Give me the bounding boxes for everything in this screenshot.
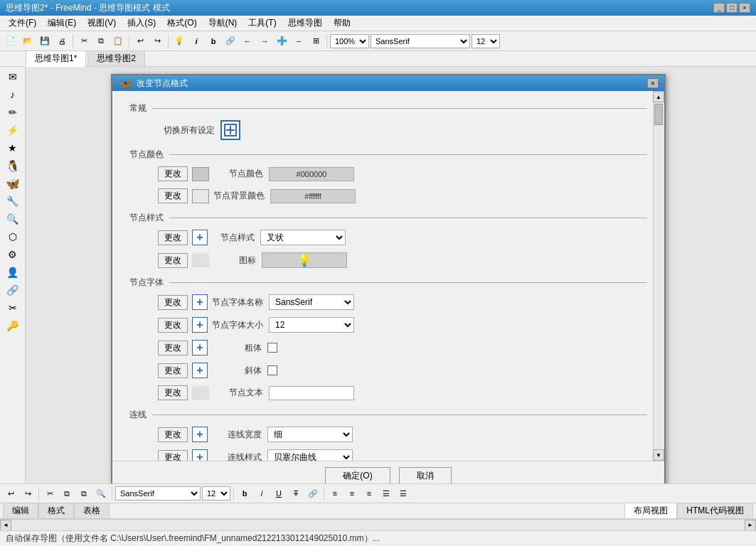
bt-hyperlink[interactable]: 🔗 bbox=[305, 486, 321, 501]
update-fontsize-btn[interactable]: 更改 bbox=[158, 318, 188, 333]
bt-paste[interactable]: ⧉ bbox=[76, 486, 92, 501]
toolbar-redo[interactable]: ↪ bbox=[149, 33, 165, 49]
toolbar-undo[interactable]: ↩ bbox=[132, 33, 148, 49]
toolbar-copy[interactable]: ⧉ bbox=[93, 33, 109, 49]
update-nodecolor-btn[interactable]: 更改 bbox=[158, 166, 188, 181]
maximize-button[interactable]: □ bbox=[726, 3, 738, 13]
update-linewidth-btn[interactable]: 更改 bbox=[158, 427, 188, 442]
node-bgcolor-swatch[interactable] bbox=[192, 189, 209, 203]
node-text-input[interactable] bbox=[269, 386, 354, 400]
sidebar-icon-mail[interactable]: ✉ bbox=[4, 68, 21, 85]
sidebar-icon-pencil[interactable]: ✏ bbox=[4, 104, 21, 121]
menu-view[interactable]: 视图(V) bbox=[82, 16, 122, 31]
menu-tools[interactable]: 工具(T) bbox=[243, 16, 282, 31]
update-bold-btn[interactable]: 更改 bbox=[158, 341, 188, 355]
update-nodetext-btn[interactable]: 更改 bbox=[158, 385, 188, 400]
font-size-select[interactable]: 12 10 14 16 bbox=[269, 317, 354, 333]
close-button[interactable]: × bbox=[739, 3, 750, 13]
sidebar-icon-wrench[interactable]: 🔧 bbox=[4, 193, 21, 210]
update-linestyle-btn[interactable]: 更改 bbox=[158, 450, 188, 461]
fontname-plus-btn[interactable]: + bbox=[192, 294, 208, 310]
node-style-select[interactable]: 叉状 气泡 矩形 bbox=[260, 230, 346, 245]
bt-list-unordered[interactable]: ☰ bbox=[378, 486, 394, 501]
toolbar-minus[interactable]: − bbox=[291, 33, 307, 49]
toggle-all-button[interactable] bbox=[220, 120, 240, 140]
bt-font-select[interactable]: SansSerif bbox=[115, 486, 201, 500]
italic-plus-btn[interactable]: + bbox=[192, 363, 208, 378]
minimize-button[interactable]: _ bbox=[713, 3, 725, 13]
linestyle-plus-btn[interactable]: + bbox=[192, 449, 208, 461]
sidebar-icon-linux[interactable]: 🐧 bbox=[4, 157, 21, 174]
sidebar-icon-link[interactable]: 🔗 bbox=[4, 282, 21, 299]
sidebar-icon-search[interactable]: 🔍 bbox=[4, 210, 21, 228]
bottom-tab-layout[interactable]: 布局视图 bbox=[624, 503, 677, 518]
toolbar-save[interactable]: 💾 bbox=[37, 33, 53, 49]
horizontal-scroll[interactable]: ◄ ► bbox=[0, 519, 756, 530]
bt-fontsize-select[interactable]: 12 bbox=[202, 486, 230, 500]
scroll-up-btn[interactable]: ▲ bbox=[653, 91, 664, 102]
sidebar-icon-star[interactable]: ★ bbox=[4, 139, 21, 156]
ok-button[interactable]: 确定(O) bbox=[325, 467, 390, 483]
toolbar-link[interactable]: 🔗 bbox=[223, 33, 238, 49]
sidebar-icon-key[interactable]: 🔑 bbox=[4, 317, 21, 334]
scroll-thumb[interactable] bbox=[654, 104, 663, 125]
tab-mindmap2[interactable]: 思维导图2 bbox=[87, 50, 145, 66]
line-width-select[interactable]: 细 中 粗 bbox=[267, 427, 353, 442]
fontsize-select[interactable]: 12 bbox=[472, 34, 500, 48]
menu-insert[interactable]: 插入(S) bbox=[122, 16, 161, 31]
bt-copy[interactable]: ⧉ bbox=[59, 486, 75, 501]
dialog-close-button[interactable]: × bbox=[647, 78, 659, 88]
nodestyle-plus-btn[interactable]: + bbox=[192, 230, 208, 245]
toolbar-open[interactable]: 📂 bbox=[20, 33, 36, 49]
bt-strikethrough[interactable]: T bbox=[288, 486, 304, 501]
bt-undo[interactable]: ↩ bbox=[3, 486, 18, 501]
toolbar-arrow-l[interactable]: ← bbox=[240, 33, 255, 49]
bottom-tab-format[interactable]: 格式 bbox=[38, 503, 74, 518]
sidebar-icon-butterfly[interactable]: 🦋 bbox=[4, 175, 21, 192]
toolbar-new[interactable]: 📄 bbox=[3, 33, 18, 49]
sidebar-icon-scissors[interactable]: ✂ bbox=[4, 299, 21, 316]
update-icon-btn[interactable]: 更改 bbox=[158, 253, 188, 268]
font-name-select[interactable]: SansSerif Serif Monospaced bbox=[269, 294, 354, 310]
tab-mindmap1[interactable]: 思维导图1* bbox=[26, 50, 86, 67]
linewidth-plus-btn[interactable]: + bbox=[192, 427, 208, 442]
sidebar-icon-hex[interactable]: ⬡ bbox=[4, 228, 21, 245]
update-nodestyle-btn[interactable]: 更改 bbox=[158, 230, 188, 245]
node-color-swatch[interactable] bbox=[192, 167, 209, 181]
bold-plus-btn[interactable]: + bbox=[192, 340, 208, 355]
italic-checkbox[interactable] bbox=[267, 365, 277, 375]
toolbar-idea[interactable]: 💡 bbox=[171, 33, 187, 49]
dialog-scrollbar[interactable]: ▲ ▼ bbox=[653, 91, 664, 461]
sidebar-icon-user[interactable]: 👤 bbox=[4, 264, 21, 281]
scroll-down-btn[interactable]: ▼ bbox=[653, 449, 664, 461]
font-select[interactable]: SansSerif bbox=[371, 34, 470, 48]
sidebar-icon-music[interactable]: ♪ bbox=[4, 86, 21, 103]
bt-italic[interactable]: i bbox=[254, 486, 270, 501]
toolbar-info[interactable]: i bbox=[188, 33, 204, 49]
toolbar-print[interactable]: 🖨 bbox=[54, 33, 70, 49]
toolbar-cut[interactable]: ✂ bbox=[76, 33, 92, 49]
menu-file[interactable]: 文件(F) bbox=[3, 16, 42, 31]
bt-cut[interactable]: ✂ bbox=[42, 486, 58, 501]
bottom-tab-html[interactable]: HTML代码视图 bbox=[677, 503, 753, 518]
toolbar-bold[interactable]: b bbox=[206, 33, 221, 49]
sidebar-icon-gear[interactable]: ⚙ bbox=[4, 246, 21, 263]
bt-align-right[interactable]: ≡ bbox=[361, 486, 377, 501]
bt-redo[interactable]: ↪ bbox=[20, 486, 36, 501]
fontsize-plus-btn[interactable]: + bbox=[192, 317, 208, 333]
line-style-select[interactable]: 贝塞尔曲线 直线 bbox=[267, 449, 353, 461]
toolbar-add[interactable]: ✚ bbox=[274, 33, 289, 49]
toolbar-expand[interactable]: ⊞ bbox=[308, 33, 324, 49]
hscroll-right[interactable]: ► bbox=[745, 520, 756, 531]
menu-help[interactable]: 帮助 bbox=[328, 16, 356, 31]
bt-underline[interactable]: U bbox=[271, 486, 287, 501]
bottom-tab-table[interactable]: 表格 bbox=[74, 503, 110, 518]
menu-edit[interactable]: 编辑(E) bbox=[42, 16, 82, 31]
update-nodebgcolor-btn[interactable]: 更改 bbox=[158, 188, 188, 203]
sidebar-icon-lightning[interactable]: ⚡ bbox=[4, 122, 21, 139]
bt-find[interactable]: 🔍 bbox=[93, 486, 109, 501]
menu-format[interactable]: 格式(O) bbox=[161, 16, 202, 31]
menu-nav[interactable]: 导航(N) bbox=[203, 16, 243, 31]
toolbar-paste[interactable]: 📋 bbox=[110, 33, 126, 49]
bt-align-left[interactable]: ≡ bbox=[327, 486, 343, 501]
